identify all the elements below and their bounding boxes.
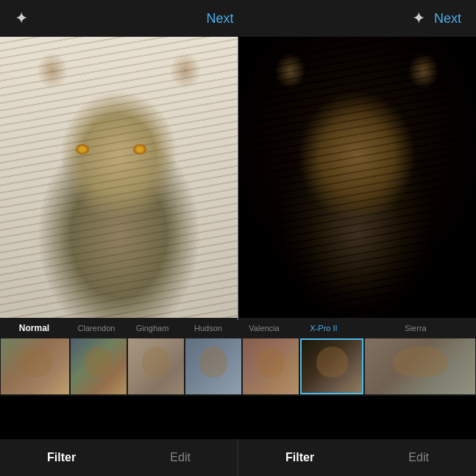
filter-thumb-clarendon[interactable] — [71, 338, 127, 394]
filter-label-xpro[interactable]: X-Pro II — [292, 318, 355, 338]
filter-label-gingham[interactable]: Gingham — [124, 318, 180, 338]
filter-thumb-normal[interactable] — [1, 338, 69, 394]
right-image — [238, 37, 476, 320]
filter-label-sierra[interactable]: Sierra — [355, 318, 476, 338]
wand-icon-left[interactable]: ✦ — [15, 9, 28, 28]
next-button[interactable]: Next — [434, 11, 461, 26]
cat-eye-right — [133, 144, 146, 154]
filter-label-normal[interactable]: Normal — [0, 318, 68, 338]
filter-thumb-sierra[interactable] — [365, 338, 475, 394]
right-controls: ✦ Next — [412, 9, 461, 28]
image-divider — [238, 37, 238, 320]
filter-label-clarendon[interactable]: Clarendon — [68, 318, 124, 338]
filter-thumb-valencia[interactable] — [243, 338, 299, 394]
center-next-label[interactable]: Next — [206, 11, 233, 26]
filter-tab-left[interactable]: Filter — [47, 451, 76, 464]
filter-thumb-hudson[interactable] — [185, 338, 241, 394]
filter-label-valencia[interactable]: Valencia — [236, 318, 292, 338]
cat-eye-left — [76, 144, 89, 154]
left-image — [0, 37, 238, 320]
filter-thumb-gingham[interactable] — [128, 338, 184, 394]
filter-thumb-xpro[interactable] — [300, 338, 363, 394]
filter-tab-right[interactable]: Filter — [285, 451, 314, 464]
filter-labels-row: Normal Clarendon Gingham Hudson Valencia… — [0, 318, 476, 338]
bottom-bar: Filter Edit Filter Edit — [0, 439, 476, 476]
filter-label-hudson[interactable]: Hudson — [180, 318, 236, 338]
top-bar: ✦ Next ✦ Next — [0, 0, 476, 37]
filter-thumbs-row — [0, 337, 476, 396]
wand-icon-right[interactable]: ✦ — [412, 9, 425, 28]
edit-tab-left[interactable]: Edit — [170, 451, 191, 464]
bottom-left: Filter Edit — [0, 439, 238, 476]
bottom-right: Filter Edit — [238, 439, 476, 476]
edit-tab-right[interactable]: Edit — [408, 451, 429, 464]
